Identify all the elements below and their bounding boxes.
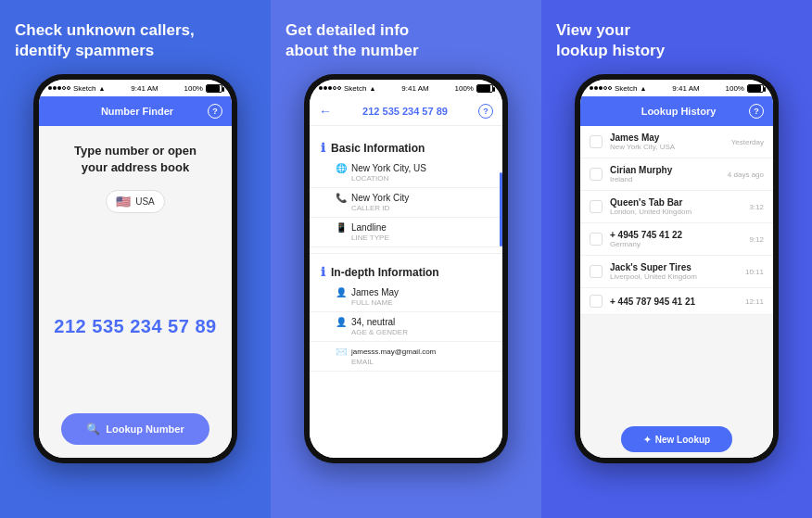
status-bar-1: Sketch ▲ 9:41 AM 100% [39, 80, 232, 96]
info-callerid: 📞 New York City CALLER ID [310, 188, 502, 218]
phone-2-frame: Sketch ▲ 9:41 AM 100% ← 212 535 234 57 8… [304, 74, 508, 463]
status-right-1: 100% [184, 84, 222, 93]
nav-bar-3: Lookup History ? [580, 96, 773, 126]
new-lookup-button[interactable]: ✦ New Lookup [621, 426, 732, 452]
signal-dots-3 [590, 86, 612, 90]
dot3 [328, 86, 332, 90]
carrier-3: Sketch [615, 84, 637, 93]
flag-button[interactable]: 🇺🇸 USA [106, 190, 165, 213]
battery-fill-1 [207, 85, 220, 92]
time-1: 9:41 AM [131, 84, 158, 93]
battery-pct-3: 100% [726, 84, 744, 93]
history-time-5: 12:11 [745, 297, 764, 306]
nav-title-3: Lookup History [641, 106, 717, 117]
panel-1-headline: Check unknown callers, identify spammers [15, 20, 256, 61]
info-age: 👤 34, neutral AGE & GENDER [310, 312, 502, 342]
battery-fill-2 [477, 85, 490, 92]
dot2 [53, 86, 57, 90]
help-button-3[interactable]: ? [749, 104, 764, 119]
checkbox-1[interactable] [590, 168, 603, 181]
history-name-4: Jack's Super Tires [610, 262, 738, 272]
history-info-0: James May New York City, USA [610, 133, 724, 151]
info-icon-basic: ℹ [321, 141, 325, 155]
info-fullname-top: 👤 James May [336, 287, 491, 297]
scroll-indicator [500, 172, 502, 246]
phone-3-wrapper: Sketch ▲ 9:41 AM 100% Lookup History ? [575, 74, 779, 463]
checkbox-4[interactable] [590, 265, 603, 278]
section-indepth-header: ℹ In-depth Information [310, 259, 502, 283]
help-button-2[interactable]: ? [478, 104, 493, 119]
info-age-top: 👤 34, neutral [336, 317, 491, 327]
phone2-content: ℹ Basic Information 🌐 New York City, US … [310, 126, 502, 458]
info-linetype-top: 📱 Landline [336, 222, 491, 233]
mobile-icon: 📱 [336, 222, 347, 233]
wifi-icon-2: ▲ [369, 85, 375, 92]
history-item-4[interactable]: Jack's Super Tires Liverpool, United Kin… [580, 256, 773, 288]
checkbox-3[interactable] [590, 233, 603, 246]
history-sub-3: Germany [610, 240, 742, 248]
age-icon: 👤 [336, 317, 347, 327]
history-item-2[interactable]: Queen's Tab Bar London, United Kingdom 3… [580, 191, 773, 223]
history-info-4: Jack's Super Tires Liverpool, United Kin… [610, 262, 738, 281]
carrier-1: Sketch [73, 84, 95, 93]
phone1-content: Type number or open your address book 🇺🇸… [39, 126, 232, 458]
time-2: 9:41 AM [401, 84, 428, 93]
nav-bar-1: Number Finder ? [39, 96, 232, 126]
person-icon: 👤 [336, 287, 347, 297]
history-info-5: + 445 787 945 41 21 [610, 297, 738, 307]
battery-icon-2 [476, 84, 493, 93]
info-fullname: 👤 James May FULL NAME [310, 283, 502, 312]
info-callerid-top: 📞 New York City [336, 193, 491, 203]
nav-title-2: 212 535 234 57 89 [362, 106, 448, 117]
lookup-number-button[interactable]: 🔍 Lookup Number [61, 413, 209, 445]
back-button-2[interactable]: ← [319, 104, 332, 119]
history-info-1: Cirian Murphy Ireland [610, 165, 720, 183]
checkbox-5[interactable] [590, 295, 603, 308]
signal-dots-1 [48, 86, 70, 90]
phone-1-inner: Sketch ▲ 9:41 AM 100% Number Finder ? [39, 80, 232, 458]
divider [310, 253, 502, 254]
carrier-2: Sketch [344, 84, 366, 93]
history-item-5[interactable]: + 445 787 945 41 21 12:11 [580, 288, 773, 315]
section-indepth-title: In-depth Information [331, 266, 439, 279]
battery-pct-2: 100% [455, 84, 474, 93]
flag-emoji: 🇺🇸 [116, 195, 131, 208]
info-email-top: ✉️ jamesss.may@gmail.com [336, 347, 491, 357]
status-left-1: Sketch ▲ [48, 84, 105, 93]
info-location-top: 🌐 New York City, US [336, 163, 491, 173]
panel-3-headline: View your lookup history [556, 20, 797, 61]
history-item-3[interactable]: + 4945 745 41 22 Germany 9:12 [580, 223, 773, 256]
history-sub-1: Ireland [610, 175, 720, 183]
info-fullname-value: James May [351, 287, 399, 297]
info-email: ✉️ jamesss.may@gmail.com EMAIL [310, 342, 502, 372]
info-scroll[interactable]: ℹ Basic Information 🌐 New York City, US … [310, 126, 502, 458]
history-sub-0: New York City, USA [610, 143, 724, 151]
status-left-2: Sketch ▲ [319, 84, 375, 93]
phone-icon: 📞 [336, 193, 347, 203]
phone-3-inner: Sketch ▲ 9:41 AM 100% Lookup History ? [580, 80, 773, 458]
info-location: 🌐 New York City, US LOCATION [310, 158, 502, 188]
info-linetype-label: LINE TYPE [336, 234, 491, 242]
phone-1-frame: Sketch ▲ 9:41 AM 100% Number Finder ? [33, 74, 237, 463]
history-item-1[interactable]: Cirian Murphy Ireland 4 days ago [580, 158, 773, 191]
info-callerid-value: New York City [351, 193, 409, 203]
section-basic-header: ℹ Basic Information [310, 135, 502, 158]
prompt-text: Type number or open your address book [74, 143, 197, 176]
history-info-2: Queen's Tab Bar London, United Kingdom [610, 197, 742, 216]
battery-pct-1: 100% [184, 84, 203, 93]
dot2 [324, 86, 327, 90]
checkbox-0[interactable] [590, 135, 603, 148]
info-email-label: EMAIL [336, 358, 491, 366]
help-button-1[interactable]: ? [208, 104, 222, 119]
dot4 [603, 86, 607, 90]
country-label: USA [135, 196, 155, 207]
phone-2-wrapper: Sketch ▲ 9:41 AM 100% ← 212 535 234 57 8… [304, 74, 508, 463]
history-item-0[interactable]: James May New York City, USA Yesterday [580, 126, 773, 158]
dot1 [319, 86, 323, 90]
panel-detailed-info: Get detailed info about the number Sketc… [271, 0, 541, 518]
battery-icon-3 [747, 84, 764, 93]
info-location-value: New York City, US [351, 163, 426, 173]
info-location-label: LOCATION [336, 174, 491, 183]
status-bar-2: Sketch ▲ 9:41 AM 100% [310, 80, 502, 96]
checkbox-2[interactable] [590, 200, 603, 213]
